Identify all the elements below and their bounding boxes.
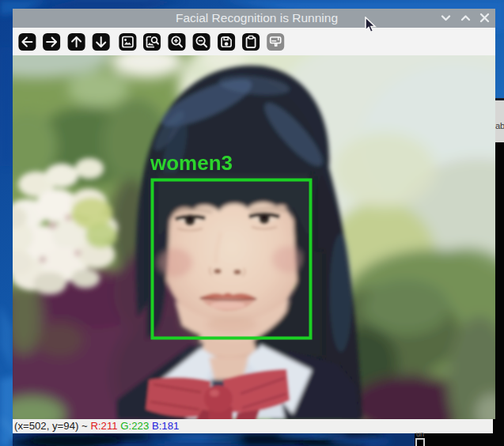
svg-text:women3: women3: [150, 151, 233, 175]
